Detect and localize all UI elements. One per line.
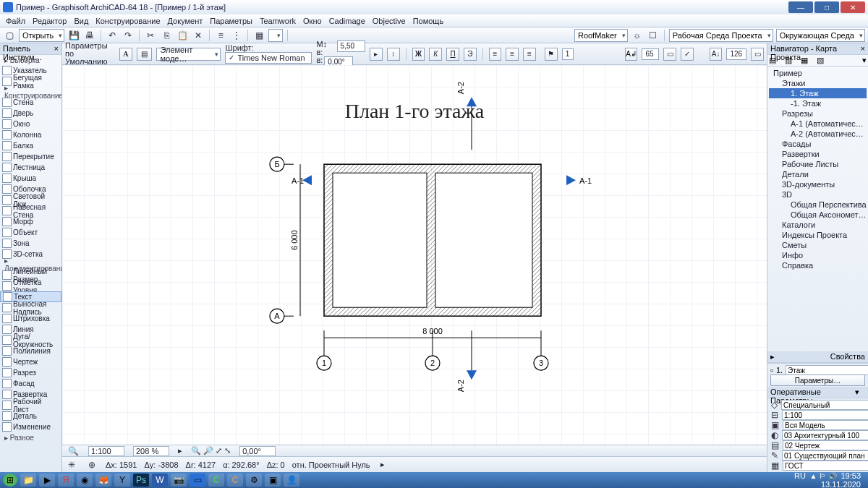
tool-item[interactable]: Колонна [0,129,61,140]
tree-node[interactable]: Общая Аксонометрия [769,210,867,220]
tool-item[interactable]: Штриховка [0,313,61,324]
tool-item[interactable]: Зона [0,238,61,249]
redo-icon[interactable]: ↷ [122,29,135,42]
menu-editor[interactable]: Редактор [33,17,67,25]
oper-draw[interactable] [783,440,868,450]
grid-icon[interactable]: ▦ [252,29,265,42]
menu-file[interactable]: Файл [6,17,25,25]
task-misc3-icon[interactable]: 👤 [284,474,299,487]
task-firefox-icon[interactable]: 🦊 [95,474,111,487]
tool-item[interactable]: Чертеж [0,356,61,367]
tool-item[interactable]: Рабочий Лист [0,400,61,411]
cut-icon[interactable]: ✂ [144,29,157,42]
tree-node[interactable]: Рабочие Листы [769,159,867,169]
menu-help[interactable]: Помощь [413,17,444,25]
tree-node[interactable]: Детали [769,169,867,179]
close-button[interactable]: ✕ [841,1,865,13]
layer-select[interactable]: ▤ [137,48,153,61]
pen2-field[interactable]: 126 [726,48,746,60]
size-field[interactable]: 5,50 [337,40,365,52]
tree-node[interactable]: Справка [769,260,867,270]
tree-node[interactable]: 3D-документы [769,179,867,189]
tree-node[interactable]: Инфо [769,250,867,260]
tree-node[interactable]: Развертки [769,149,867,159]
align-mode-icon[interactable]: ↕ [387,48,400,61]
minimize-button[interactable]: — [788,1,813,13]
align-icon[interactable]: ≡ [214,29,227,42]
menu-bar[interactable]: Файл Редактор Вид Конструирование Докуме… [0,14,868,27]
tool-item[interactable]: Изменение [0,421,61,432]
tool-item[interactable]: Объект [0,227,61,238]
coord-toggle-icon[interactable]: ✳ [65,458,78,471]
oper-pen[interactable] [782,430,868,440]
tool-category[interactable]: ▸ Конструирование [0,87,61,97]
tree-node[interactable]: -1. Этаж [769,98,867,108]
tool-item[interactable]: Морф [0,216,61,227]
navigator-tree[interactable]: ПримерЭтажи1. Этаж-1. ЭтажРазрезыА-1 (Ав… [767,67,868,351]
tree-node[interactable]: Пример [769,68,867,78]
oper-scale[interactable] [782,410,868,420]
italic-button[interactable]: К [429,48,442,61]
copy-icon[interactable]: ⎘ [160,29,173,42]
tree-node[interactable]: 3D [769,189,867,200]
nav-menu-icon[interactable]: ▾ [862,56,867,65]
lang-indicator[interactable]: RU [794,471,806,480]
nav-tab-view[interactable]: ▥ [785,56,799,66]
tool-item[interactable]: Дуга/Окружность [0,335,61,346]
tree-node[interactable]: Фасады [769,139,867,149]
text-tool-icon[interactable]: A [119,48,132,61]
surround-combo[interactable]: Окружающая Среда [776,29,865,42]
task-ps-icon[interactable]: Ps [133,474,149,487]
tool-item[interactable]: Выносная Надпись [0,302,61,313]
tree-node[interactable]: А-1 (Автоматическое обно [769,119,867,129]
task-explorer-icon[interactable]: 📁 [20,474,36,487]
tree-node[interactable]: А-2 (Автоматическое обно [769,129,867,139]
task-c1-icon[interactable]: C [208,474,224,487]
task-wmp-icon[interactable]: ▶ [39,474,55,487]
symbol-button[interactable]: Э [464,48,477,61]
print-icon[interactable]: 🖶 [83,29,96,42]
navigator-close-icon[interactable]: × [861,44,865,53]
open-combo[interactable]: Открыть [19,29,64,42]
task-yandex-icon[interactable]: Я [58,474,74,487]
menu-construct[interactable]: Конструирование [95,17,160,25]
nav-tab-map[interactable]: ▤ [769,56,783,66]
tree-node[interactable]: 1. Этаж [769,88,867,98]
scale-field[interactable]: 1:100 [88,446,124,456]
tree-node[interactable]: Индексы Проекта [769,230,867,240]
zoom-tools[interactable]: 🔍 🔎 ⤢ ⤡ [191,446,231,455]
step-icon[interactable]: ▸ [370,48,383,61]
flag-num[interactable]: 1 [562,48,574,60]
menu-objective[interactable]: Objective [373,17,406,25]
tree-node[interactable]: Каталоги [769,220,867,230]
tree-node[interactable]: Этажи [769,78,867,88]
tool-item[interactable]: Деталь [0,411,61,421]
paste-icon[interactable]: 📋 [176,29,189,42]
tree-node[interactable]: Сметы [769,240,867,250]
tool-item[interactable]: Перекрытие [0,151,61,162]
tool-item[interactable]: Дверь [0,108,61,119]
roofmaker-combo[interactable]: RoofMaker [574,29,628,42]
distribute-icon[interactable]: ⋮ [230,29,243,42]
task-word-icon[interactable]: W [152,474,168,487]
menu-params[interactable]: Параметры [210,17,252,25]
status-more-icon[interactable]: ▸ [380,460,385,469]
task-c2-icon[interactable]: C [227,474,243,487]
zoom-out-icon[interactable]: 🔍 [67,445,80,458]
menu-document[interactable]: Документ [168,17,203,25]
drawing-canvas[interactable]: План 1-го этажа [62,65,767,445]
misc-icon-2[interactable]: ☐ [647,29,660,42]
oper-std[interactable] [783,461,868,471]
save-icon[interactable]: 💾 [67,29,80,42]
menu-view[interactable]: Вид [74,17,88,25]
task-chrome-icon[interactable]: ◉ [77,474,93,487]
params-button[interactable]: Параметры… [770,374,865,386]
maximize-button[interactable]: □ [814,1,839,13]
pen1-field[interactable]: 65 [642,48,659,60]
nav-tab-layout[interactable]: ▦ [801,56,815,66]
element-combo[interactable]: Элемент моде… [156,48,221,61]
align-right-icon[interactable]: ≡ [523,48,536,61]
frame-icon[interactable]: ▭ [663,48,676,61]
task-misc2-icon[interactable]: ▣ [265,474,281,487]
check-icon[interactable]: ✓ [681,48,694,61]
